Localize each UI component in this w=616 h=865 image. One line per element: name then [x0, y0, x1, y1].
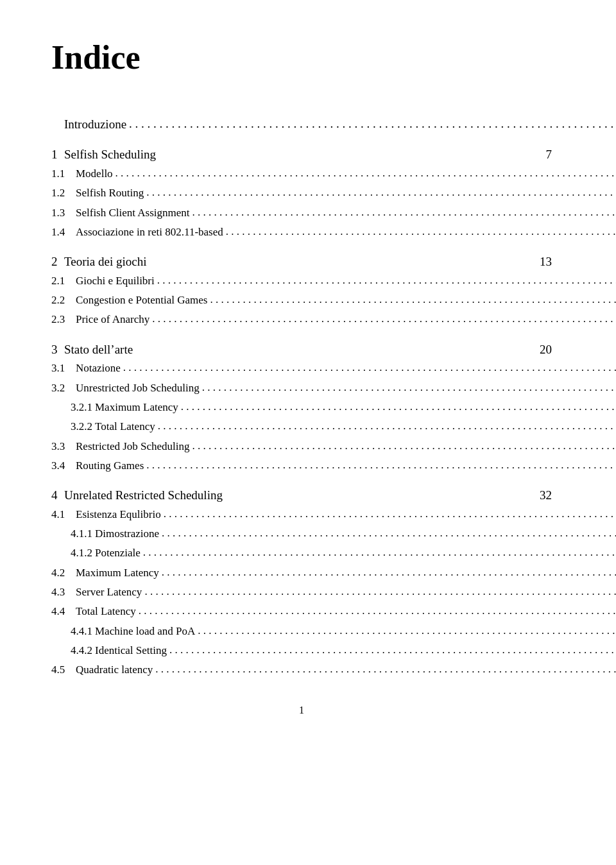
- toc-number: 4.4.1: [71, 623, 95, 640]
- toc-dots: [198, 622, 616, 639]
- toc-number: 1.4: [51, 224, 76, 241]
- toc-dots: [193, 204, 616, 221]
- toc-label-text: Maximum Latency: [95, 399, 178, 416]
- toc-label-text: Teoria dei giochi: [64, 252, 146, 271]
- toc-label-text: Maximum Latency: [76, 565, 159, 581]
- toc-label-text: Dimostrazione: [95, 526, 159, 542]
- toc-number: 2.3: [51, 311, 76, 328]
- toc-entry-s3.2.1: 3.2.1Maximum Latency23: [51, 399, 552, 416]
- toc-number: 4: [51, 486, 64, 504]
- toc-entry-s1.2: 1.2Selfish Routing9: [51, 185, 552, 201]
- toc-number: 3: [51, 340, 64, 359]
- toc-dots: [164, 506, 616, 522]
- toc-label-text: Restricted Job Scheduling: [76, 438, 190, 455]
- toc-entry-s4.5: 4.5Quadratic latency48: [51, 662, 552, 678]
- page-title: Indice: [51, 39, 552, 76]
- toc-entry-s3.2.2: 3.2.2Total Latency25: [51, 418, 552, 435]
- toc-number: 2.1: [51, 273, 76, 289]
- toc-label-text: Associazione in reti 802.11-based: [76, 224, 223, 241]
- toc-entry-s1.1: 1.1Modello7: [51, 166, 552, 182]
- toc-number: 4.1: [51, 506, 76, 523]
- toc-label-text: Machine load and PoA: [95, 623, 195, 640]
- toc-dots: [210, 291, 616, 308]
- toc-dots: [146, 184, 616, 201]
- toc-label-text: Potenziale: [95, 545, 141, 561]
- toc-number: 4.3: [51, 584, 76, 601]
- toc-label-text: Identical Setting: [95, 642, 167, 659]
- toc-number: 3.2.1: [71, 399, 95, 416]
- toc-entry-s4.1.2: 4.1.2Potenziale33: [51, 545, 552, 561]
- toc-number: 4.2: [51, 565, 76, 581]
- toc-label-text: Unrestricted Job Scheduling: [76, 380, 200, 397]
- toc-number: 1.1: [51, 166, 76, 182]
- toc-entry-s1.4: 1.4Associazione in reti 802.11-based11: [51, 224, 552, 241]
- toc-dots: [155, 661, 616, 678]
- toc-label-text: Giochi e Equilibri: [76, 273, 155, 289]
- toc-number: 1: [51, 145, 64, 164]
- toc-entry-s2.3: 2.3Price of Anarchy18: [51, 311, 552, 328]
- toc-entry-s4.4: 4.4Total Latency37: [51, 603, 552, 620]
- toc-entry-s4.1: 4.1Esistenza Equlibrio32: [51, 506, 552, 523]
- toc-number: 3.1: [51, 360, 76, 377]
- toc-entry-s2.2: 2.2Congestion e Potential Games15: [51, 292, 552, 309]
- toc-label-text: Total Latency: [76, 603, 136, 620]
- toc-dots: [144, 583, 616, 600]
- toc-dots: [181, 398, 616, 415]
- toc-page-number: 32: [536, 486, 552, 504]
- toc-number: 3.3: [51, 438, 76, 455]
- toc-entry-ch1: 1Selfish Scheduling7: [51, 145, 552, 164]
- toc-label-text: Routing Games: [76, 458, 144, 474]
- toc-label-text: Server Latency: [76, 584, 142, 601]
- toc-number: 2: [51, 252, 64, 271]
- toc-dots: [202, 379, 616, 396]
- toc-label-text: Modello: [76, 166, 113, 182]
- toc-number: 2.2: [51, 292, 76, 309]
- toc-dots: [169, 642, 616, 658]
- toc-dots: [162, 564, 616, 581]
- toc-dots: [157, 272, 616, 289]
- toc-dots: [123, 359, 616, 376]
- toc-dots: [158, 418, 616, 434]
- toc-label-text: Selfish Scheduling: [64, 145, 156, 164]
- toc-label-text: Selfish Routing: [76, 185, 144, 201]
- toc-label-text: Stato dell’arte: [64, 340, 133, 359]
- toc-label-text: Introduzione: [64, 115, 126, 133]
- toc-page-number: 7: [536, 145, 552, 164]
- toc-number: 1.2: [51, 185, 76, 201]
- toc-entry-introduzione: Introduzione3: [51, 115, 552, 133]
- toc-page-number: 13: [536, 252, 552, 271]
- toc-entry-s3.3: 3.3Restricted Job Scheduling28: [51, 438, 552, 455]
- toc-number: 3.4: [51, 458, 76, 474]
- toc-number: 4.5: [51, 662, 76, 678]
- toc-entry-s1.3: 1.3Selfish Client Assignment10: [51, 205, 552, 221]
- toc-number: 4.4.2: [71, 642, 95, 659]
- toc-dots: [139, 603, 616, 619]
- toc-entry-s4.2: 4.2Maximum Latency34: [51, 565, 552, 581]
- toc-number: 4.1.2: [71, 545, 95, 561]
- toc-label-text: Congestion e Potential Games: [76, 292, 207, 309]
- toc-page-number: 20: [536, 340, 552, 359]
- toc-entry-s3.2: 3.2Unrestricted Job Scheduling22: [51, 380, 552, 397]
- toc-dots: [143, 544, 616, 561]
- page-number: 1: [51, 705, 552, 716]
- toc-number: 3.2.2: [71, 418, 95, 435]
- toc-entry-s3.4: 3.4Routing Games30: [51, 458, 552, 474]
- toc-number: 4.4: [51, 603, 76, 620]
- toc-label-text: Total Latency: [95, 418, 155, 435]
- toc-number: 4.1.1: [71, 526, 95, 542]
- toc-label-text: Unrelated Restricted Scheduling: [64, 486, 223, 504]
- toc-entry-s4.1.1: 4.1.1Dimostrazione32: [51, 526, 552, 542]
- toc-entry-ch3: 3Stato dell’arte20: [51, 340, 552, 359]
- toc-label-text: Quadratic latency: [76, 662, 153, 678]
- toc-entry-ch2: 2Teoria dei giochi13: [51, 252, 552, 271]
- toc-dots: [129, 114, 616, 133]
- toc-dots: [226, 223, 616, 240]
- toc-entry-s4.4.2: 4.4.2Identical Setting42: [51, 642, 552, 659]
- toc-dots: [146, 457, 616, 474]
- toc-label-text: Notazione: [76, 360, 121, 377]
- toc-label-text: Esistenza Equlibrio: [76, 506, 161, 523]
- toc-number: 3.2: [51, 380, 76, 397]
- toc-entry-s2.1: 2.1Giochi e Equilibri13: [51, 273, 552, 289]
- toc-dots: [152, 311, 616, 327]
- toc-dots: [116, 165, 616, 182]
